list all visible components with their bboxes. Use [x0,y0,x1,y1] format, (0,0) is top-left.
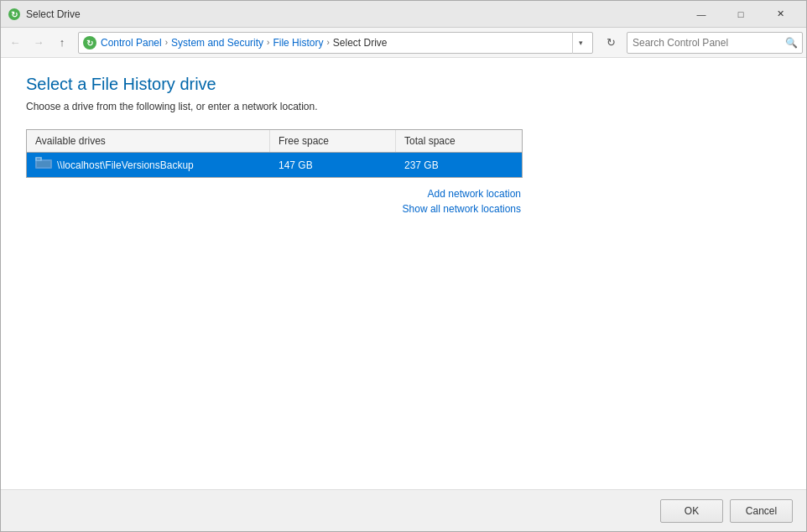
drive-name-cell: \\localhost\FileVersionsBackup [27,153,270,177]
address-icon: ↻ [82,35,97,50]
title-bar: ↻ Select Drive — □ ✕ [1,1,806,28]
drives-table: Available drives Free space Total space … [26,129,523,178]
drive-icon [35,157,52,173]
svg-rect-5 [37,161,50,167]
cancel-button[interactable]: Cancel [730,499,793,523]
search-box: 🔍 [627,32,803,54]
main-window: ↻ Select Drive — □ ✕ ← → ↑ ↻ Control Pan… [0,0,807,532]
page-title: Select a File History drive [26,75,781,94]
breadcrumb: Control Panel › System and Security › Fi… [101,37,572,49]
breadcrumb-file-history[interactable]: File History [273,37,323,49]
window-title: Select Drive [26,8,682,20]
svg-rect-7 [37,158,40,160]
window-controls: — □ ✕ [682,1,799,28]
address-bar: ↻ Control Panel › System and Security › … [78,32,593,54]
total-space-cell: 237 GB [396,153,522,177]
footer: OK Cancel [1,489,806,531]
maximize-button[interactable]: □ [721,1,760,28]
add-network-location-link[interactable]: Add network location [26,188,521,200]
search-button[interactable]: 🔍 [780,33,802,53]
breadcrumb-system-security[interactable]: System and Security [171,37,263,49]
col-free-space: Free space [270,130,396,152]
svg-text:↻: ↻ [11,10,18,19]
free-space-cell: 147 GB [270,153,396,177]
breadcrumb-current: Select Drive [333,37,388,49]
drive-name: \\localhost\FileVersionsBackup [57,159,194,171]
address-dropdown-button[interactable]: ▾ [572,32,589,54]
window-icon: ↻ [8,8,21,21]
search-input[interactable] [627,37,780,49]
nav-bar: ← → ↑ ↻ Control Panel › System and Secur… [1,28,806,58]
close-button[interactable]: ✕ [761,1,799,28]
table-row[interactable]: \\localhost\FileVersionsBackup147 GB237 … [27,153,522,177]
links-container: Add network location Show all network lo… [26,188,521,215]
minimize-button[interactable]: — [682,1,721,28]
col-available-drives: Available drives [27,130,270,152]
svg-text:↻: ↻ [86,39,93,48]
breadcrumb-control-panel[interactable]: Control Panel [101,37,162,49]
subtitle: Choose a drive from the following list, … [26,101,781,112]
main-content: Select a File History drive Choose a dri… [1,58,806,489]
col-total-space: Total space [396,130,522,152]
up-button[interactable]: ↑ [51,32,73,54]
refresh-button[interactable]: ↻ [600,32,622,54]
back-button[interactable]: ← [4,32,26,54]
forward-button[interactable]: → [28,32,49,54]
ok-button[interactable]: OK [660,499,723,523]
show-all-network-link[interactable]: Show all network locations [26,203,521,215]
